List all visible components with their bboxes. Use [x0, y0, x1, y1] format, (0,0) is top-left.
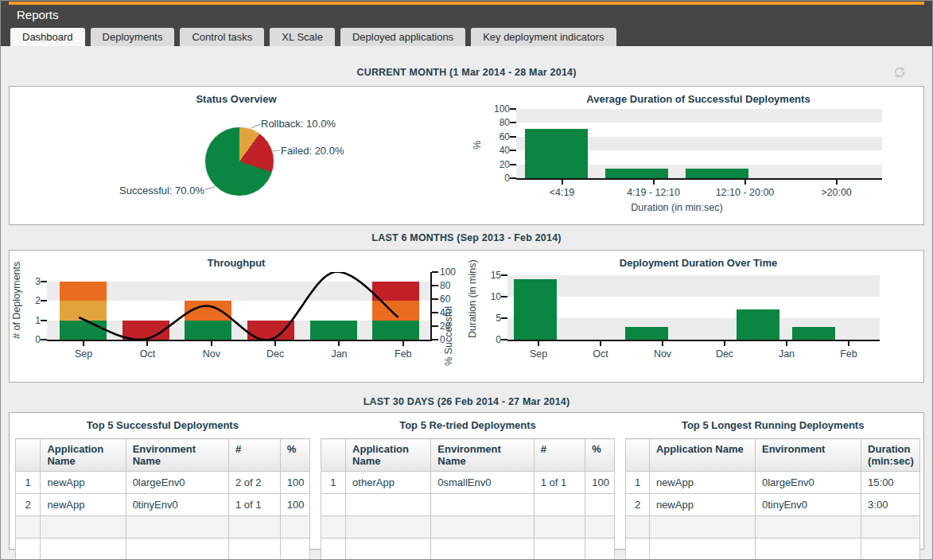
- table-cell: newApp: [649, 472, 755, 494]
- tab-deployments[interactable]: Deployments: [91, 28, 175, 46]
- x-tick-mark: [562, 180, 563, 185]
- table-cell: [649, 516, 755, 539]
- bar-Jan: [737, 309, 780, 340]
- table-row: 2newApp0tinyEnv03:00: [626, 494, 920, 516]
- x-tick-label: 4:19 - 12:10: [608, 187, 699, 198]
- avg-duration-plot: [516, 109, 882, 180]
- top5-table: Application NameEnvironment Name#%1other…: [321, 438, 616, 560]
- table-cell: 0largeEnv0: [126, 472, 228, 494]
- deployment-duration-bars: [507, 272, 880, 340]
- bar-4:19 - 12:10: [605, 169, 668, 178]
- column-header: Environment Name: [126, 439, 228, 472]
- tab-xl-scale[interactable]: XL Scale: [270, 28, 335, 46]
- x-tick-mark: [83, 341, 84, 346]
- current-month-panel: Status Overview Average Duration of Succ…: [9, 86, 924, 225]
- table-cell: [41, 539, 126, 560]
- y-tick-mark: [501, 339, 507, 340]
- x-tick-mark: [538, 341, 539, 346]
- avg-duration-x-axis-label: Duration (in min:sec): [494, 202, 860, 213]
- x-tick-mark: [744, 180, 746, 185]
- success-line: [79, 272, 398, 340]
- y-tick-mark: [501, 317, 507, 319]
- tab-dashboard[interactable]: Dashboard: [10, 28, 85, 46]
- table-cell: 3:00: [861, 494, 920, 516]
- table-cell: [280, 539, 309, 560]
- table-cell: [649, 539, 755, 560]
- table-title: Top 5 Longest Running Deployments: [625, 419, 920, 431]
- table-cell: 100: [280, 494, 309, 516]
- column-header: %: [280, 439, 309, 472]
- avg-duration-bars: [516, 109, 882, 178]
- throughput-plot: [47, 272, 432, 341]
- table-cell: 0smallEnv0: [431, 472, 534, 494]
- left-y-tick-mark: [41, 281, 47, 282]
- avg-duration-x-labels: <4:194:19 - 12:1012:10 - 20:00>20:00: [516, 180, 927, 198]
- table-cell: 15:00: [861, 472, 920, 494]
- reports-window: Reports DashboardDeploymentsControl task…: [0, 0, 933, 560]
- tab-key-deployment-indicators[interactable]: Key deployment indicators: [471, 28, 616, 46]
- y-tick-label: 15: [476, 270, 501, 281]
- table-cell: 100: [585, 472, 615, 494]
- bar-slot-Oct: [563, 272, 619, 340]
- y-tick-label: 5: [476, 313, 501, 324]
- tab-bar: DashboardDeploymentsControl tasksXL Scal…: [10, 28, 616, 46]
- top5-table-block-1: Top 5 Re-tried DeploymentsApplication Na…: [321, 417, 616, 549]
- x-tick-mark: [724, 341, 725, 346]
- bar-slot-4:19 - 12:10: [597, 109, 677, 178]
- x-tick-mark: [146, 341, 148, 346]
- table-cell: 0tinyEnv0: [755, 494, 861, 516]
- table-cell: [280, 516, 309, 539]
- duration-over-time-chart-title: Deployment Duration Over Time: [472, 257, 925, 270]
- table-header-row: Application NameEnvironmentDuration (min…: [626, 439, 920, 472]
- table-cell: [534, 494, 585, 516]
- column-header: [16, 439, 41, 472]
- table-row: 1newApp0largeEnv02 of 2100: [16, 472, 310, 494]
- x-slot: Nov: [180, 341, 243, 360]
- table-cell: [321, 494, 345, 516]
- table-header-row: Application NameEnvironment Name#%: [16, 439, 310, 472]
- y-tick-label: 60: [484, 131, 510, 142]
- x-tick-label: Oct: [115, 348, 179, 360]
- table-cell: 1: [321, 472, 345, 494]
- column-header: [626, 439, 650, 472]
- right-y-tick-label: 60: [440, 294, 465, 305]
- tab-control-tasks[interactable]: Control tasks: [180, 28, 264, 46]
- tab-deployed-applications[interactable]: Deployed applications: [340, 28, 465, 46]
- table-cell: newApp: [41, 494, 126, 516]
- column-header: %: [585, 439, 615, 472]
- page-title: Reports: [17, 8, 59, 21]
- pie-label-rollback: Rollback: 10.0%: [261, 118, 336, 130]
- y-tick-label: 80: [484, 117, 510, 128]
- refresh-icon[interactable]: [892, 65, 907, 80]
- table-cell: [321, 516, 345, 539]
- table-cell: [431, 494, 534, 516]
- table-cell: [41, 516, 126, 539]
- avg-duration-chart-title: Average Duration of Successful Deploymen…: [472, 93, 925, 106]
- x-slot: Dec: [694, 341, 756, 360]
- deployment-duration-y-axis-label: Duration (in mins): [467, 259, 479, 338]
- table-row: 1otherApp0smallEnv01 of 1100: [321, 472, 615, 494]
- y-tick-mark: [510, 108, 516, 110]
- x-tick-mark: [600, 341, 601, 346]
- x-tick-label: 12:10 - 20:00: [699, 187, 791, 198]
- y-tick-mark: [510, 164, 516, 165]
- x-slot: 4:19 - 12:10: [608, 180, 699, 198]
- pie-label-successful: Successful: 70.0%: [119, 185, 204, 196]
- x-tick-label: Feb: [371, 348, 435, 360]
- bar-12:10 - 20:00: [686, 169, 748, 178]
- table-cell: [861, 539, 920, 560]
- x-tick-mark: [274, 341, 276, 346]
- x-tick-label: Sep: [52, 348, 115, 360]
- table-cell: [346, 494, 431, 516]
- throughput-x-labels: SepOctNovDecJanFeb: [47, 341, 438, 360]
- table-cell: [126, 539, 228, 560]
- x-tick-mark: [786, 341, 787, 346]
- bar-slot->20:00: [757, 109, 838, 178]
- deployment-duration-x-labels: SepOctNovDecJanFeb: [507, 341, 918, 360]
- right-y-tick-mark: [432, 271, 438, 273]
- x-tick-mark: [211, 341, 212, 346]
- x-slot: 12:10 - 20:00: [699, 180, 791, 198]
- bar-slot-12:10 - 20:00: [677, 109, 757, 178]
- y-tick-label: 20: [484, 159, 510, 170]
- right-y-tick-mark: [432, 285, 438, 286]
